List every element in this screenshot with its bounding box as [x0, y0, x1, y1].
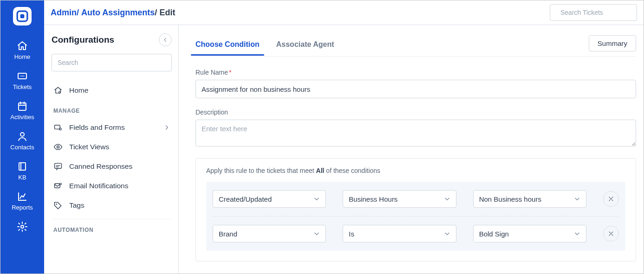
chevron-down-icon [574, 230, 580, 237]
mail-bell-icon [53, 181, 63, 191]
remove-condition-button[interactable] [603, 191, 619, 207]
sidebar-item-email-notifications[interactable]: Email Notifications [52, 176, 172, 196]
chevron-right-icon [163, 124, 170, 131]
chevron-down-icon [444, 230, 450, 237]
rail-kb[interactable]: KB [0, 156, 44, 186]
sidebar-item-label: Canned Responses [69, 162, 132, 171]
rule-name-input[interactable] [195, 80, 636, 98]
select-value: Bold Sign [479, 230, 509, 238]
rail-activities[interactable]: Activities [0, 96, 44, 126]
chat-icon [53, 162, 63, 171]
chart-icon [17, 191, 28, 202]
condition-row: Brand Is Bold Sign [213, 216, 619, 242]
book-icon [17, 161, 28, 172]
sidebar-item-label: Home [69, 86, 88, 95]
breadcrumb: Admin / Auto Assignments / Edit [51, 8, 175, 18]
select-value: Is [349, 230, 354, 238]
tab-associate-agent[interactable]: Associate Agent [276, 37, 334, 55]
sidebar-item-fields-forms[interactable]: Fields and Forms [52, 118, 172, 137]
rail-label: Tickets [13, 83, 32, 90]
remove-condition-button[interactable] [603, 226, 619, 242]
tab-row: Choose Condition Associate Agent Summary [195, 35, 636, 57]
sidebar-item-tags[interactable]: Tags [52, 196, 172, 215]
config-sidebar: Configurations Home MANAGE Fields and Fo… [44, 25, 179, 274]
description-textarea[interactable] [195, 120, 636, 147]
chevron-left-icon [163, 37, 168, 43]
sidebar-item-ticket-views[interactable]: Ticket Views [52, 137, 172, 157]
search-input[interactable] [560, 9, 642, 16]
select-value: Brand [219, 230, 237, 238]
rail-label: Home [14, 53, 31, 60]
home-icon [17, 40, 28, 51]
chevron-down-icon [444, 196, 450, 202]
eye-icon [53, 142, 63, 152]
conditions-box: Apply this rule to the tickets that meet… [195, 158, 636, 261]
ticket-gear-icon [53, 123, 63, 132]
rail-label: Activities [10, 114, 34, 121]
description-label: Description [195, 108, 636, 116]
summary-button[interactable]: Summary [589, 35, 636, 51]
rail-label: KB [18, 174, 26, 181]
ticket-icon [17, 70, 28, 82]
sidebar-section-automation: AUTOMATION [52, 219, 172, 237]
condition-value-select[interactable]: Non Business hours [473, 190, 586, 208]
rail-settings[interactable] [0, 217, 44, 232]
app-logo[interactable] [13, 7, 32, 25]
sidebar-item-label: Fields and Forms [69, 123, 125, 132]
close-icon [608, 196, 614, 202]
nav-rail: Home Tickets Activities Contacts KB Repo… [0, 0, 44, 274]
rail-label: Contacts [10, 144, 34, 151]
condition-operator-select[interactable]: Business Hours [343, 190, 456, 208]
condition-row: Created/Updated Business Hours Non Busin… [213, 190, 619, 208]
condition-value-select[interactable]: Bold Sign [473, 225, 586, 242]
close-icon [608, 230, 614, 237]
select-value: Created/Updated [219, 195, 272, 203]
sidebar-item-label: Email Notifications [69, 182, 129, 190]
rule-name-label: Rule Name* [195, 69, 636, 76]
sidebar-search-input[interactable] [52, 54, 172, 71]
sidebar-item-label: Ticket Views [69, 143, 109, 151]
sidebar-item-home[interactable]: Home [52, 81, 172, 100]
condition-field-select[interactable]: Created/Updated [213, 190, 326, 208]
chevron-down-icon [313, 230, 320, 237]
calendar-icon [17, 101, 28, 112]
logo-icon [16, 10, 28, 22]
home-gear-icon [53, 86, 63, 95]
sidebar-item-label: Tags [69, 201, 85, 210]
person-icon [17, 131, 28, 142]
rail-reports[interactable]: Reports [0, 186, 44, 217]
content-area: Choose Condition Associate Agent Summary… [179, 25, 644, 274]
topbar: Admin / Auto Assignments / Edit [44, 0, 644, 25]
rail-label: Reports [12, 204, 33, 211]
condition-operator-select[interactable]: Is [343, 225, 456, 242]
gear-icon [17, 221, 28, 232]
condition-field-select[interactable]: Brand [213, 225, 326, 242]
chevron-down-icon [574, 196, 580, 202]
sidebar-item-canned-responses[interactable]: Canned Responses [52, 157, 172, 176]
conditions-heading: Apply this rule to the tickets that meet… [206, 167, 625, 174]
sidebar-section-manage: MANAGE [52, 100, 172, 118]
sidebar-title: Configurations [52, 35, 114, 45]
select-value: Business Hours [349, 195, 397, 203]
rail-tickets[interactable]: Tickets [0, 66, 44, 96]
rail-home[interactable]: Home [0, 36, 44, 66]
tab-choose-condition[interactable]: Choose Condition [195, 37, 260, 55]
rail-contacts[interactable]: Contacts [0, 126, 44, 156]
breadcrumb-admin[interactable]: Admin [51, 8, 77, 18]
select-value: Non Business hours [479, 195, 541, 203]
tag-icon [53, 201, 63, 210]
global-search[interactable] [550, 4, 637, 21]
chevron-down-icon [313, 196, 320, 202]
breadcrumb-current: Edit [159, 8, 175, 18]
breadcrumb-auto-assignments[interactable]: Auto Assignments [81, 8, 155, 18]
sidebar-collapse-button[interactable] [159, 33, 172, 46]
